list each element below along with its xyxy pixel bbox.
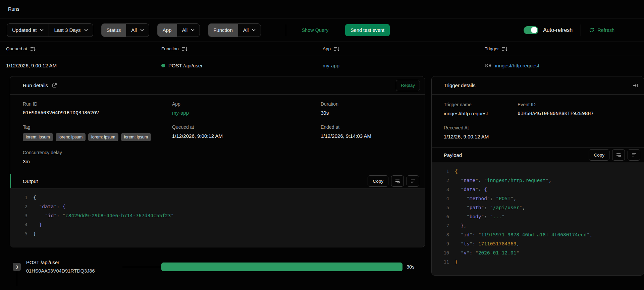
- step-count-badge: 3: [13, 263, 21, 271]
- run-table-row[interactable]: 1/12/2026, 9:00:12 AM POST /api/user my-…: [0, 56, 644, 75]
- chevron-down-icon: [84, 29, 88, 31]
- sort-icon: [182, 47, 187, 51]
- field-duration: Duration 30s: [321, 101, 412, 116]
- field-run-id: Run ID 01HS0AA03V04D91RTDQ3J862GV: [23, 101, 172, 116]
- event-id-value: 01HSHA4GT0FN0NRBKTF92E98H7: [518, 111, 632, 116]
- word-wrap-button[interactable]: [391, 175, 404, 187]
- run-details-header: Run details Replay: [10, 76, 425, 95]
- status-filter-name: Status: [102, 24, 126, 37]
- payload-code-block: 1{2 "name": "inngest/http.request",3 "da…: [432, 162, 644, 275]
- run-details-title: Run details: [23, 82, 48, 88]
- external-link-icon[interactable]: [52, 83, 57, 88]
- row-queued-at: 1/12/2026, 9:00:12 AM: [0, 63, 161, 68]
- timeline-connector: [122, 267, 161, 267]
- toggle-knob: [531, 27, 537, 33]
- align-left-icon: [410, 179, 416, 183]
- step-run-id: 01HS0AA03V04D91RTDQ3J86: [26, 267, 122, 275]
- run-status-dot: [161, 64, 165, 67]
- replay-button[interactable]: Replay: [396, 80, 420, 91]
- trigger-details-fields: Trigger name inngest/http.request Event …: [432, 95, 644, 140]
- copy-button[interactable]: Copy: [368, 175, 388, 187]
- show-query-link[interactable]: Show Query: [302, 27, 328, 33]
- trigger-details-title: Trigger details: [444, 82, 475, 88]
- status-filter-value-dropdown[interactable]: All: [126, 24, 149, 37]
- word-wrap-icon: [395, 179, 400, 184]
- app-filter: App All: [157, 23, 200, 37]
- format-button[interactable]: [407, 175, 419, 187]
- field-received-at: Received At 1/12/26, 9:00:12 AM: [444, 125, 518, 139]
- send-test-event-button[interactable]: Send test event: [345, 24, 390, 36]
- tag-badge: lorem: ipsum: [56, 133, 86, 141]
- timeline-duration-label: 30s: [407, 264, 414, 270]
- field-concurrency-delay: Concurrency delay 3m: [23, 150, 172, 164]
- tag-badge: lorem: ipsum: [88, 133, 118, 141]
- column-header-trigger[interactable]: Trigger: [485, 46, 644, 51]
- copy-button[interactable]: Copy: [589, 149, 609, 161]
- status-filter: Status All: [101, 23, 149, 37]
- chevron-down-icon: [252, 29, 256, 31]
- sort-icon: [502, 47, 507, 51]
- output-section-header: Output Copy: [10, 174, 425, 188]
- column-header-app[interactable]: App: [323, 46, 485, 51]
- topbar: Runs: [0, 0, 644, 18]
- column-header-function[interactable]: Function: [161, 46, 323, 51]
- field-ended-at: Ended at 1/12/2026, 9:14:03 AM: [321, 124, 412, 141]
- payload-section-header: Payload Copy: [432, 148, 644, 162]
- align-left-icon: [631, 153, 637, 157]
- chevron-down-icon: [191, 29, 195, 31]
- sort-icon: [30, 47, 36, 51]
- app-link[interactable]: my-app: [172, 110, 321, 116]
- collapse-panel-icon[interactable]: [633, 83, 638, 88]
- sort-field-label: Updated at: [12, 27, 37, 33]
- step-name: POST /api/user: [26, 258, 122, 267]
- refresh-icon: [589, 27, 594, 33]
- field-trigger-name: Trigger name inngest/http.request: [444, 102, 518, 116]
- auto-refresh-label: Auto-refresh: [543, 27, 573, 33]
- run-id-value: 01HS0AA03V04D91RTDQ3J862GV: [23, 110, 172, 115]
- field-tag: Tag lorem: ipsum lorem: ipsum lorem: ips…: [23, 124, 172, 141]
- function-filter: Function All: [208, 23, 261, 37]
- run-details-panel: Run details Replay Run ID 01HS0AA03V04D9…: [10, 76, 425, 247]
- function-filter-value-dropdown[interactable]: All: [238, 24, 261, 37]
- filter-bar: Updated at Last 3 Days Status All App: [0, 18, 644, 42]
- row-function[interactable]: POST /api/user: [161, 63, 323, 68]
- trigger-link[interactable]: inngest/http.request: [495, 63, 539, 68]
- row-app: my-app: [323, 63, 485, 68]
- runs-table-header: Queued at Function App Trigger: [0, 42, 644, 56]
- time-range-label: Last 3 Days: [54, 27, 80, 33]
- time-range-dropdown[interactable]: Last 3 Days: [49, 24, 93, 37]
- output-title: Output: [23, 178, 365, 184]
- chevron-down-icon: [140, 29, 144, 31]
- event-trigger-icon: [485, 63, 492, 68]
- row-trigger: inngest/http.request: [485, 63, 644, 68]
- page-title: Runs: [8, 6, 19, 12]
- function-filter-name: Function: [208, 24, 238, 37]
- word-wrap-button[interactable]: [612, 149, 625, 161]
- field-queued-at: Queued at 1/12/2026, 9:00:12 AM: [172, 124, 321, 141]
- format-button[interactable]: [628, 149, 640, 161]
- trigger-details-header: Trigger details: [432, 76, 644, 95]
- sort-field-dropdown[interactable]: Updated at: [7, 24, 49, 37]
- content-area: Run details Replay Run ID 01HS0AA03V04D9…: [0, 76, 644, 276]
- step-info: POST /api/user 01HS0AA03V04D91RTDQ3J86: [26, 258, 122, 275]
- refresh-button[interactable]: Refresh: [589, 27, 614, 33]
- field-event-id: Event ID 01HSHA4GT0FN0NRBKTF92E98H7: [518, 102, 632, 116]
- chevron-down-icon: [40, 29, 44, 31]
- sort-icon: [334, 47, 339, 51]
- trigger-details-panel: Trigger details Trigger name inngest/htt…: [431, 76, 644, 276]
- word-wrap-icon: [616, 153, 621, 158]
- field-app: App my-app: [172, 101, 321, 116]
- run-details-fields: Run ID 01HS0AA03V04D91RTDQ3J862GV App my…: [10, 95, 425, 166]
- tag-badge: lorem: ipsum: [121, 133, 151, 141]
- timeline-step-row[interactable]: 3 POST /api/user 01HS0AA03V04D91RTDQ3J86…: [10, 257, 425, 276]
- app-filter-value-dropdown[interactable]: All: [177, 24, 200, 37]
- output-code-block: 1{2 "data": {3 "id": "c8429dd9-29b8-44e6…: [10, 188, 425, 247]
- auto-refresh-toggle[interactable]: [524, 26, 538, 34]
- divider: [581, 24, 581, 36]
- timeline-duration-bar[interactable]: [161, 263, 402, 271]
- tag-badge: lorem: ipsum: [23, 133, 53, 141]
- column-header-queued-at[interactable]: Queued at: [0, 46, 161, 51]
- divider: [286, 24, 286, 36]
- app-link[interactable]: my-app: [323, 63, 339, 68]
- app-filter-name: App: [158, 24, 177, 37]
